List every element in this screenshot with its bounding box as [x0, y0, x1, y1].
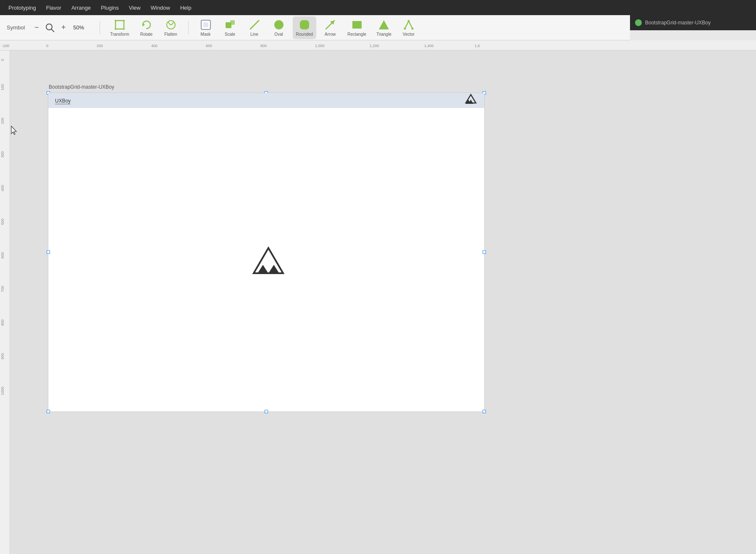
ruler-v-mark: 400: [0, 185, 5, 191]
line-tool[interactable]: Line: [244, 16, 265, 39]
menu-item-view[interactable]: View: [125, 3, 145, 13]
zoom-out-button[interactable]: −: [32, 23, 42, 33]
triangle-tool[interactable]: Triangle: [373, 16, 395, 39]
handle-bottom-center[interactable]: [265, 410, 268, 413]
svg-marker-7: [142, 23, 145, 26]
svg-point-4: [123, 20, 125, 21]
ruler-v-mark: 700: [0, 286, 5, 292]
file-icon: [635, 19, 642, 26]
transform-label: Transform: [110, 32, 129, 37]
handle-bottom-right[interactable]: [483, 410, 486, 413]
zoom-in-button[interactable]: +: [58, 23, 68, 33]
zoom-group: − + 50%: [32, 22, 86, 34]
arrow-tool[interactable]: Arrow: [320, 16, 341, 39]
svg-line-1: [51, 29, 54, 32]
transform-icon: [114, 19, 126, 31]
svg-rect-12: [230, 20, 235, 25]
mask-tool[interactable]: Mask: [195, 16, 216, 39]
artboard[interactable]: UXBoy: [48, 92, 485, 412]
flatten-icon: [165, 19, 177, 31]
oval-icon: [273, 19, 285, 31]
rectangle-tool[interactable]: Rectangle: [344, 16, 370, 39]
rectangle-label: Rectangle: [347, 32, 366, 37]
menu-item-window[interactable]: Window: [147, 3, 174, 13]
svg-rect-10: [203, 22, 208, 27]
scale-label: Scale: [225, 32, 235, 37]
svg-point-3: [115, 20, 116, 21]
svg-point-6: [123, 28, 125, 30]
triangle-label: Triangle: [376, 32, 391, 37]
svg-point-5: [115, 28, 116, 30]
symbol-label: Symbol: [7, 24, 25, 31]
handle-middle-left[interactable]: [47, 251, 50, 254]
svg-point-20: [404, 27, 406, 29]
separator-2: [188, 21, 189, 34]
ruler-h-mark: 1,6: [475, 44, 480, 48]
svg-point-22: [411, 27, 413, 29]
menu-item-plugins[interactable]: Plugins: [97, 3, 123, 13]
rotate-tool[interactable]: Rotate: [136, 16, 157, 39]
vector-tool[interactable]: Vector: [398, 16, 419, 39]
ruler-h-mark: 1,200: [370, 44, 379, 48]
ruler-h-mark: 200: [97, 44, 103, 48]
ruler-h-mark: -100: [2, 44, 9, 48]
ruler-h-mark: 1,400: [424, 44, 434, 48]
ruler-v-mark: 200: [0, 118, 5, 124]
cursor: [10, 125, 18, 134]
zoom-icon: [44, 22, 56, 34]
menu-item-arrange[interactable]: Arrange: [67, 3, 95, 13]
ruler-h-mark: 800: [260, 44, 267, 48]
svg-point-14: [274, 20, 284, 29]
oval-tool[interactable]: Oval: [268, 16, 289, 39]
ruler-v-mark: 500: [0, 219, 5, 225]
svg-rect-15: [300, 20, 309, 29]
ruler-v-mark: 900: [0, 353, 5, 359]
toolbar: Symbol − + 50% Transform: [0, 15, 630, 40]
ruler-v-mark: 1000: [0, 387, 5, 395]
line-label: Line: [250, 32, 258, 37]
svg-marker-19: [379, 20, 389, 29]
arrow-icon: [324, 19, 336, 31]
ruler-v-mark: 600: [0, 252, 5, 259]
menu-item-flavor[interactable]: Flavor: [42, 3, 66, 13]
handle-middle-right[interactable]: [483, 251, 486, 254]
rounded-label: Rounded: [296, 32, 313, 37]
ruler-h-mark: 600: [206, 44, 212, 48]
handle-bottom-left[interactable]: [47, 410, 50, 413]
artboard-title-wrapper: UXBoy: [55, 97, 71, 104]
ruler-v-mark: 100: [0, 84, 5, 90]
rectangle-icon: [351, 19, 363, 31]
mask-label: Mask: [201, 32, 211, 37]
transform-tool[interactable]: Transform: [107, 16, 132, 39]
menu-item-help[interactable]: Help: [176, 3, 196, 13]
ruler-h-mark: 0: [46, 44, 48, 48]
svg-marker-28: [268, 265, 280, 274]
rotate-label: Rotate: [140, 32, 152, 37]
vertical-ruler: 0 100 200 300 400 500 600 700 800 900 10…: [0, 50, 10, 554]
ruler-h-mark: 1,000: [315, 44, 325, 48]
scale-tool[interactable]: Scale: [220, 16, 241, 39]
menu-bar: Prototyping Flavor Arrange Plugins View …: [0, 0, 756, 15]
rotate-icon: [141, 19, 152, 31]
vector-icon: [403, 19, 415, 31]
oval-label: Oval: [274, 32, 283, 37]
scale-icon: [224, 19, 236, 31]
artboard-header: UXBoy: [48, 93, 484, 108]
line-icon: [249, 19, 260, 31]
title-bar-text: BootstrapGrid-master-UXBoy: [645, 20, 711, 26]
triangle-icon: [378, 19, 390, 31]
rounded-icon: [299, 19, 310, 31]
canvas-area[interactable]: BootstrapGrid-master-UXBoy UXBoy: [10, 50, 756, 554]
artboard-title: UXBoy: [55, 98, 71, 104]
menu-item-prototyping[interactable]: Prototyping: [4, 3, 40, 13]
zoom-level: 50%: [71, 24, 86, 31]
flatten-tool[interactable]: Flatten: [160, 16, 181, 39]
svg-rect-18: [352, 21, 362, 29]
svg-point-0: [46, 24, 52, 30]
separator-1: [100, 21, 100, 34]
mask-icon: [200, 19, 212, 31]
artboard-label: BootstrapGrid-master-UXBoy: [49, 84, 114, 90]
rounded-tool[interactable]: Rounded: [293, 16, 317, 39]
ruler-h-mark: 400: [151, 44, 158, 48]
ruler-v-mark: 0: [0, 59, 5, 61]
